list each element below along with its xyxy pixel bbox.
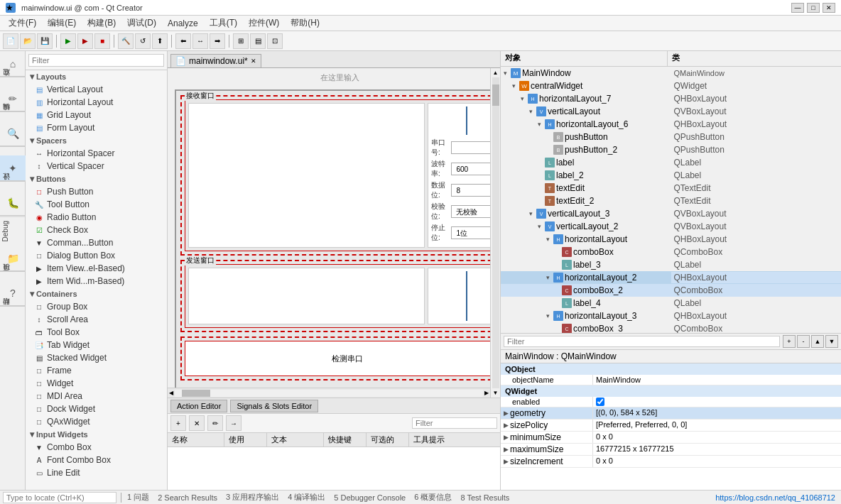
canvas-hscroll[interactable]: ◀ ▶	[168, 388, 490, 398]
status-link[interactable]: https://blog.csdn.net/qq_41068712	[710, 493, 841, 502]
open-button[interactable]: 📂	[20, 33, 36, 49]
obj-row-label4[interactable]: L label_4 QLabel	[501, 297, 841, 309]
obj-row-hlayout3[interactable]: ▾ H horizontalLayout_3 QHBoxLayout	[501, 309, 841, 322]
align-left-button[interactable]: ⬅	[175, 33, 191, 49]
prop-val-geometry[interactable]: [(0, 0), 584 x 526]	[593, 407, 841, 419]
obj-row-label[interactable]: L label QLabel	[501, 156, 841, 169]
hscroll-thumb[interactable]	[182, 390, 210, 397]
align-right-button[interactable]: ➡	[210, 33, 225, 49]
widget-combo-box[interactable]: ▼ Combo Box	[26, 441, 167, 454]
new-action-button[interactable]: +	[170, 415, 186, 431]
expand-hlayout2[interactable]: ▾	[546, 274, 553, 281]
prop-group-qwidget[interactable]: QWidget	[501, 385, 841, 397]
close-button[interactable]: ✕	[823, 3, 835, 13]
enabled-checkbox[interactable]	[596, 398, 604, 406]
expand-vlayout[interactable]: ▾	[529, 108, 536, 115]
mode-edit-label[interactable]: 编辑	[0, 111, 25, 121]
mode-edit[interactable]: ✏	[0, 86, 26, 111]
align-center-h-button[interactable]: ↔	[192, 33, 208, 49]
widget-tool-box[interactable]: 🗃 Tool Box	[26, 326, 167, 339]
tab-action-editor[interactable]: Action Editor	[170, 400, 227, 412]
widget-qax[interactable]: □ QAxWidget	[26, 415, 167, 428]
minimize-button[interactable]: —	[791, 3, 804, 13]
mode-search-label[interactable]	[0, 146, 25, 155]
widget-dialog-button-box[interactable]: □ Dialog Button Box	[26, 249, 167, 262]
obj-row-label3[interactable]: L label_3 QLabel	[501, 258, 841, 271]
prop-val-enabled[interactable]	[593, 397, 841, 407]
form-button[interactable]: ▤	[250, 33, 266, 49]
mode-search[interactable]: 🔍	[0, 121, 26, 146]
hscroll-track[interactable]	[175, 390, 483, 397]
widget-dock-widget[interactable]: □ Dock Widget	[26, 402, 167, 415]
obj-row-vlayout3[interactable]: ▾ V verticalLayout_3 QVBoxLayout	[501, 207, 841, 220]
widget-vertical-layout[interactable]: ▤ Vertical Layout	[26, 83, 167, 96]
prop-down-button[interactable]: ▼	[825, 335, 838, 348]
expand-vlayout3[interactable]: ▾	[529, 210, 536, 217]
widget-group-box[interactable]: □ Group Box	[26, 300, 167, 313]
prop-add-button[interactable]: +	[783, 335, 796, 348]
widget-horizontal-spacer[interactable]: ↔ Horizontal Spacer	[26, 147, 167, 160]
sizeincrement-expand[interactable]: ▶	[504, 458, 509, 465]
menu-analyze[interactable]: Analyze	[162, 17, 204, 30]
expand-hlayout6[interactable]: ▾	[538, 121, 545, 128]
menu-debug[interactable]: 调试(D)	[121, 16, 162, 31]
widget-radio-button[interactable]: ◉ Radio Button	[26, 211, 167, 224]
group-buttons[interactable]: ▾ Buttons	[26, 172, 167, 185]
obj-row-hlayout6[interactable]: ▾ H horizontalLayout_6 QHBoxLayout	[501, 118, 841, 131]
maximize-button[interactable]: □	[807, 3, 820, 13]
widget-frame[interactable]: □ Frame	[26, 364, 167, 377]
widget-form-layout[interactable]: ▤ Form Layout	[26, 121, 167, 134]
expand-hlayout7[interactable]: ▾	[521, 95, 528, 102]
prop-remove-button[interactable]: -	[797, 335, 810, 348]
expand-vlayout2[interactable]: ▾	[538, 223, 545, 230]
group-input-widgets[interactable]: ▾ Input Widgets	[26, 428, 167, 441]
menu-tools[interactable]: 工具(T)	[204, 16, 243, 31]
group-layouts[interactable]: ▾ Layouts	[26, 70, 167, 83]
window-controls[interactable]: — □ ✕	[791, 3, 835, 13]
obj-row-label2[interactable]: L label_2 QLabel	[501, 169, 841, 182]
widget-item-view[interactable]: ▶ Item View..el-Based)	[26, 262, 167, 275]
mode-design[interactable]: ✦	[0, 155, 26, 181]
mode-debug-label[interactable]: Debug	[0, 216, 25, 246]
vscroll-thumb[interactable]	[492, 84, 499, 106]
prop-filter-input[interactable]	[504, 336, 780, 347]
widget-tool-button[interactable]: 🔧 Tool Button	[26, 198, 167, 211]
obj-row-hlayout[interactable]: ▾ H horizontalLayout QHBoxLayout	[501, 233, 841, 246]
mode-help[interactable]: ?	[0, 280, 26, 306]
widget-push-button[interactable]: □ Push Button	[26, 185, 167, 198]
widget-command-button[interactable]: ▼ Comman...Button	[26, 236, 167, 249]
widget-tab-widget[interactable]: 📑 Tab Widget	[26, 339, 167, 351]
prop-up-button[interactable]: ▲	[811, 335, 824, 348]
goto-action-button[interactable]: →	[226, 415, 242, 431]
expand-hlayout[interactable]: ▾	[546, 236, 553, 243]
obj-row-textedit2[interactable]: T textEdit_2 QTextEdit	[501, 195, 841, 207]
geometry-expand[interactable]: ▶	[504, 410, 509, 417]
mode-welcome-label[interactable]: 欢迎	[0, 77, 25, 86]
form-window[interactable]: 接收窗口 串口号:	[175, 89, 500, 398]
menu-help[interactable]: 帮助(H)	[285, 16, 325, 31]
designer-canvas[interactable]: 在这里输入 接收窗口 串口号:	[168, 68, 500, 398]
widget-font-combo-box[interactable]: A Font Combo Box	[26, 454, 167, 466]
widget-check-box[interactable]: ☑ Check Box	[26, 224, 167, 236]
obj-row-combobox2[interactable]: C comboBox_2 QComboBox	[501, 284, 841, 297]
mode-projects[interactable]: 📁	[0, 246, 26, 271]
expand-central[interactable]: ▾	[512, 82, 519, 89]
receive-text-area[interactable]	[188, 103, 425, 248]
minimumsize-expand[interactable]: ▶	[504, 434, 509, 441]
widget-scroll-area[interactable]: ↕ Scroll Area	[26, 313, 167, 326]
locate-input[interactable]	[3, 492, 116, 503]
prop-val-sizeincrement[interactable]: 0 x 0	[593, 456, 841, 467]
obj-row-combobox[interactable]: C comboBox QComboBox	[501, 246, 841, 258]
group-spacers[interactable]: ▾ Spacers	[26, 134, 167, 147]
widget-vertical-spacer[interactable]: ↕ Vertical Spacer	[26, 160, 167, 172]
prop-val-sizepolicy[interactable]: [Preferred, Preferred, 0, 0]	[593, 420, 841, 431]
obj-row-mainwindow[interactable]: ▾ M MainWindow QMainWindow	[501, 67, 841, 80]
obj-row-vlayout[interactable]: ▾ V verticalLayout QVBoxLayout	[501, 105, 841, 118]
obj-row-pushbutton[interactable]: B pushButton QPushButton	[501, 131, 841, 143]
console-tab-test[interactable]: 8 Test Results	[456, 493, 514, 502]
obj-row-combobox3[interactable]: C comboBox_3 QComboBox	[501, 322, 841, 333]
filter-input[interactable]	[28, 54, 164, 67]
stop-button[interactable]: ■	[94, 33, 110, 49]
expand-mainwindow[interactable]: ▾	[504, 70, 511, 77]
widget-widget[interactable]: □ Widget	[26, 377, 167, 390]
